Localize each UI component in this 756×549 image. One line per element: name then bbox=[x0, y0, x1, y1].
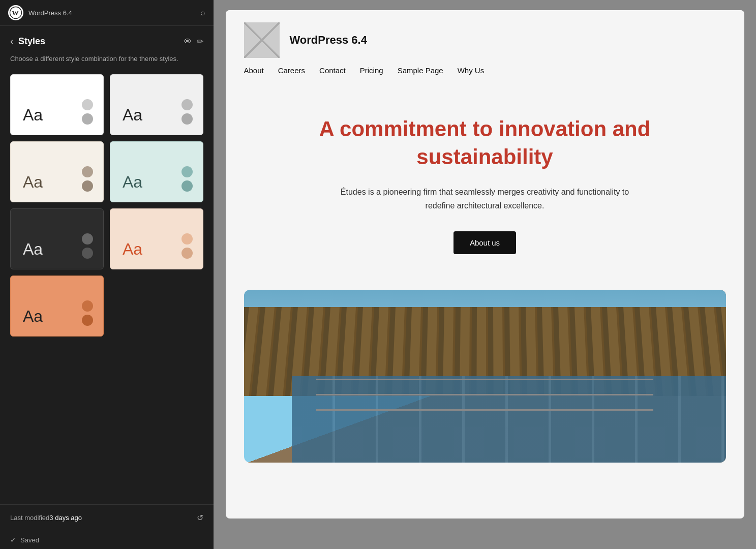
style-card-label: Aa bbox=[23, 240, 43, 259]
style-card-cream[interactable]: Aa bbox=[10, 141, 104, 202]
dot-primary bbox=[182, 99, 193, 110]
preview-image-section bbox=[226, 290, 744, 463]
about-us-button[interactable]: About us bbox=[453, 231, 516, 254]
check-icon: ✓ bbox=[10, 536, 16, 544]
style-card-label: Aa bbox=[123, 106, 142, 125]
dot-secondary bbox=[82, 113, 93, 125]
styles-panel-header: ‹ Styles 👁 ✏ bbox=[10, 36, 203, 47]
dot-primary bbox=[82, 166, 93, 177]
style-card-lightgray[interactable]: Aa bbox=[110, 74, 203, 135]
style-card-dark[interactable]: Aa bbox=[10, 208, 104, 269]
site-logo bbox=[244, 22, 280, 58]
svg-text:W: W bbox=[12, 9, 19, 17]
nav-link-about[interactable]: About bbox=[244, 66, 264, 75]
preview-nav-links: About Careers Contact Pricing Sample Pag… bbox=[226, 66, 744, 85]
dot-primary bbox=[182, 166, 193, 177]
sidebar: W WordPress 6.4 ⌕ ‹ Styles 👁 ✏ Choose a … bbox=[0, 0, 214, 549]
nav-link-careers[interactable]: Careers bbox=[278, 66, 305, 75]
preview-frame: WordPress 6.4 About Careers Contact Pric… bbox=[226, 10, 744, 518]
preview-nav: WordPress 6.4 bbox=[226, 10, 744, 66]
preview-hero: A commitment to innovation and sustainab… bbox=[226, 85, 744, 274]
sidebar-header: W WordPress 6.4 ⌕ bbox=[0, 0, 214, 26]
last-modified-label: Last modified bbox=[10, 514, 49, 522]
last-modified-value: 3 days ago bbox=[49, 514, 82, 522]
nav-link-contact[interactable]: Contact bbox=[319, 66, 346, 75]
building-image bbox=[244, 290, 726, 463]
style-card-label: Aa bbox=[123, 240, 142, 259]
dot-secondary bbox=[82, 248, 93, 259]
dot-secondary bbox=[82, 180, 93, 192]
style-card-label: Aa bbox=[23, 173, 43, 192]
site-title: WordPress 6.4 bbox=[290, 34, 367, 47]
styles-description: Choose a different style combination for… bbox=[10, 54, 203, 64]
eye-icon[interactable]: 👁 bbox=[184, 37, 192, 46]
nav-link-pricing[interactable]: Pricing bbox=[360, 66, 383, 75]
saved-bar: ✓ Saved bbox=[0, 531, 214, 549]
dot-secondary bbox=[182, 180, 193, 192]
style-card-dots bbox=[182, 233, 193, 259]
dot-primary bbox=[82, 233, 93, 245]
style-card-orange[interactable]: Aa bbox=[10, 276, 104, 337]
style-card-dots bbox=[82, 166, 93, 192]
panel-title: Styles bbox=[18, 36, 178, 47]
hero-title: A commitment to innovation and sustainab… bbox=[307, 115, 663, 171]
history-icon[interactable]: ↺ bbox=[197, 513, 203, 523]
saved-text: Saved bbox=[20, 536, 39, 544]
style-grid: Aa Aa Aa bbox=[10, 74, 203, 337]
hero-subtitle: Études is a pioneering firm that seamles… bbox=[327, 185, 643, 212]
style-card-dots bbox=[182, 166, 193, 192]
style-card-mint[interactable]: Aa bbox=[110, 141, 203, 202]
style-card-dots bbox=[82, 99, 93, 125]
dot-secondary bbox=[182, 248, 193, 259]
nav-link-whyus[interactable]: Why Us bbox=[458, 66, 485, 75]
style-card-peach[interactable]: Aa bbox=[110, 208, 203, 269]
back-button[interactable]: ‹ bbox=[10, 36, 13, 47]
dot-secondary bbox=[82, 315, 93, 326]
style-card-label: Aa bbox=[23, 307, 43, 326]
wordpress-logo: W bbox=[8, 5, 23, 20]
preview-area: WordPress 6.4 About Careers Contact Pric… bbox=[214, 0, 756, 549]
app-title: WordPress 6.4 bbox=[28, 9, 195, 17]
dot-primary bbox=[82, 300, 93, 312]
style-card-white[interactable]: Aa bbox=[10, 74, 104, 135]
dot-secondary bbox=[182, 113, 193, 125]
style-card-label: Aa bbox=[123, 173, 142, 192]
dot-primary bbox=[182, 233, 193, 245]
styles-panel: ‹ Styles 👁 ✏ Choose a different style co… bbox=[0, 26, 214, 504]
sidebar-footer: Last modified 3 days ago ↺ bbox=[0, 504, 214, 531]
search-icon[interactable]: ⌕ bbox=[200, 8, 205, 17]
pencil-icon[interactable]: ✏ bbox=[197, 37, 203, 46]
dot-primary bbox=[82, 99, 93, 110]
metal-structure bbox=[316, 368, 654, 411]
style-card-dots bbox=[82, 300, 93, 326]
style-card-dots bbox=[182, 99, 193, 125]
style-card-label: Aa bbox=[23, 106, 43, 125]
style-card-dots bbox=[82, 233, 93, 259]
nav-link-sample[interactable]: Sample Page bbox=[398, 66, 443, 75]
